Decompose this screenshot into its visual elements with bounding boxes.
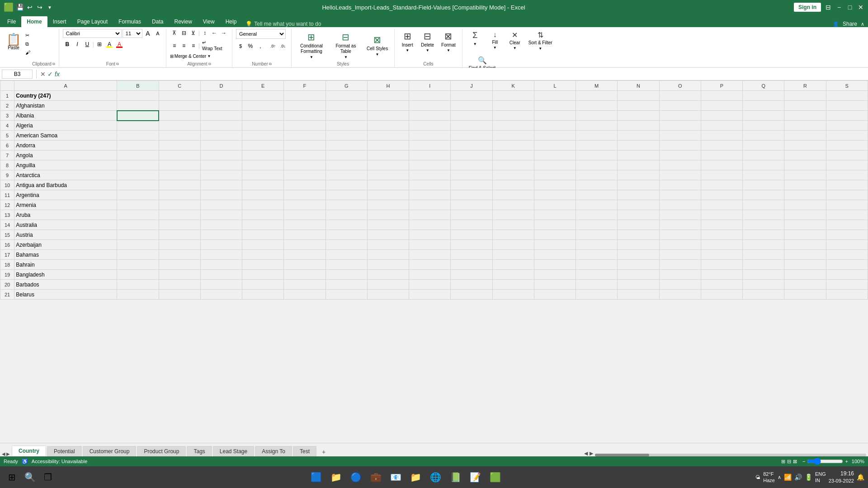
cell-k18[interactable]	[492, 260, 534, 270]
cell-m11[interactable]	[576, 190, 618, 200]
column-header-c[interactable]: C	[159, 81, 200, 91]
cell-s13[interactable]	[826, 210, 868, 220]
cell-p21[interactable]	[701, 290, 742, 300]
cell-l17[interactable]	[534, 250, 576, 260]
cell-q8[interactable]	[743, 160, 784, 170]
cell-d1[interactable]	[200, 91, 242, 101]
merge-center-button[interactable]: ⊞ Merge & Center ▼	[170, 54, 211, 59]
sheet-tab-customer-group[interactable]: Customer Group	[83, 446, 137, 456]
cell-a13[interactable]: Aruba	[14, 210, 117, 220]
cell-d10[interactable]	[200, 180, 242, 190]
cell-b4[interactable]	[117, 121, 159, 131]
cell-g18[interactable]	[326, 260, 367, 270]
cell-e1[interactable]	[242, 91, 284, 101]
cell-r8[interactable]	[784, 160, 826, 170]
sheet-tab-test[interactable]: Test	[293, 446, 316, 456]
taskbar-app-9[interactable]: 🟩	[487, 469, 504, 485]
cell-i16[interactable]	[409, 240, 451, 250]
cell-d17[interactable]	[200, 250, 242, 260]
cell-e15[interactable]	[242, 230, 284, 240]
cell-k10[interactable]	[492, 180, 534, 190]
cell-j21[interactable]	[451, 290, 492, 300]
cell-f9[interactable]	[284, 170, 326, 180]
paste-button[interactable]: 📋 Paste	[4, 29, 24, 54]
cell-d13[interactable]	[200, 210, 242, 220]
merge-dropdown-icon[interactable]: ▼	[207, 54, 211, 58]
cell-f13[interactable]	[284, 210, 326, 220]
cell-k20[interactable]	[492, 280, 534, 290]
cell-d12[interactable]	[200, 200, 242, 210]
align-middle-button[interactable]: ⊟	[179, 29, 189, 37]
cell-g16[interactable]	[326, 240, 367, 250]
cell-k17[interactable]	[492, 250, 534, 260]
increase-font-button[interactable]: A	[143, 29, 152, 38]
cell-m13[interactable]	[576, 210, 618, 220]
cell-g10[interactable]	[326, 180, 367, 190]
cell-s4[interactable]	[826, 121, 868, 131]
conditional-dropdown-icon[interactable]: ▼	[310, 55, 313, 59]
cell-i11[interactable]	[409, 190, 451, 200]
cell-e21[interactable]	[242, 290, 284, 300]
cell-s16[interactable]	[826, 240, 868, 250]
cell-s3[interactable]	[826, 111, 868, 121]
cell-a19[interactable]: Bangladesh	[14, 270, 117, 280]
cell-e12[interactable]	[242, 200, 284, 210]
column-header-o[interactable]: O	[659, 81, 701, 91]
cell-l10[interactable]	[534, 180, 576, 190]
cell-i17[interactable]	[409, 250, 451, 260]
cell-c1[interactable]	[159, 91, 200, 101]
cell-d7[interactable]	[200, 150, 242, 160]
ribbon-display-icon[interactable]: ⊟	[825, 4, 832, 11]
align-center-button[interactable]: ≡	[179, 42, 189, 50]
cell-g19[interactable]	[326, 270, 367, 280]
formula-input[interactable]	[61, 70, 866, 79]
cell-j7[interactable]	[451, 150, 492, 160]
cell-s17[interactable]	[826, 250, 868, 260]
cell-a8[interactable]: Anguilla	[14, 160, 117, 170]
tab-page-layout[interactable]: Page Layout	[72, 16, 113, 27]
cell-f11[interactable]	[284, 190, 326, 200]
cell-k9[interactable]	[492, 170, 534, 180]
cell-m16[interactable]	[576, 240, 618, 250]
cell-n4[interactable]	[618, 121, 659, 131]
zoom-slider[interactable]	[807, 458, 843, 465]
format-table-dropdown-icon[interactable]: ▼	[344, 55, 348, 59]
cut-button[interactable]: ✂	[24, 32, 32, 39]
cell-m10[interactable]	[576, 180, 618, 190]
cell-a20[interactable]: Barbados	[14, 280, 117, 290]
tab-scroll-left[interactable]: ◀	[584, 450, 588, 456]
cell-r5[interactable]	[784, 131, 826, 141]
cell-r2[interactable]	[784, 101, 826, 111]
cell-h3[interactable]	[367, 111, 409, 121]
cell-r1[interactable]	[784, 91, 826, 101]
cell-m21[interactable]	[576, 290, 618, 300]
cell-i8[interactable]	[409, 160, 451, 170]
cell-a9[interactable]: Antarctica	[14, 170, 117, 180]
column-header-l[interactable]: L	[534, 81, 576, 91]
taskbar-app-8[interactable]: 📝	[467, 469, 484, 485]
cell-a7[interactable]: Angola	[14, 150, 117, 160]
cell-n10[interactable]	[618, 180, 659, 190]
cell-l4[interactable]	[534, 121, 576, 131]
cell-d20[interactable]	[200, 280, 242, 290]
cell-n1[interactable]	[618, 91, 659, 101]
tab-file[interactable]: File	[2, 16, 21, 27]
cell-r14[interactable]	[784, 220, 826, 230]
cell-f16[interactable]	[284, 240, 326, 250]
cell-k4[interactable]	[492, 121, 534, 131]
column-header-a[interactable]: A	[14, 81, 117, 91]
cell-f6[interactable]	[284, 141, 326, 150]
cell-e6[interactable]	[242, 141, 284, 150]
clock[interactable]: 19:16 23-09-2022	[829, 470, 854, 484]
clear-dropdown-icon[interactable]: ▼	[513, 46, 517, 50]
cell-h2[interactable]	[367, 101, 409, 111]
cell-c15[interactable]	[159, 230, 200, 240]
cell-n13[interactable]	[618, 210, 659, 220]
sheet-nav-right[interactable]: ▶	[6, 451, 10, 456]
customize-icon[interactable]: ▼	[46, 4, 53, 11]
page-break-button[interactable]: ⊠	[793, 459, 797, 465]
cell-n19[interactable]	[618, 270, 659, 280]
cell-k1[interactable]	[492, 91, 534, 101]
cell-f21[interactable]	[284, 290, 326, 300]
cell-s2[interactable]	[826, 101, 868, 111]
